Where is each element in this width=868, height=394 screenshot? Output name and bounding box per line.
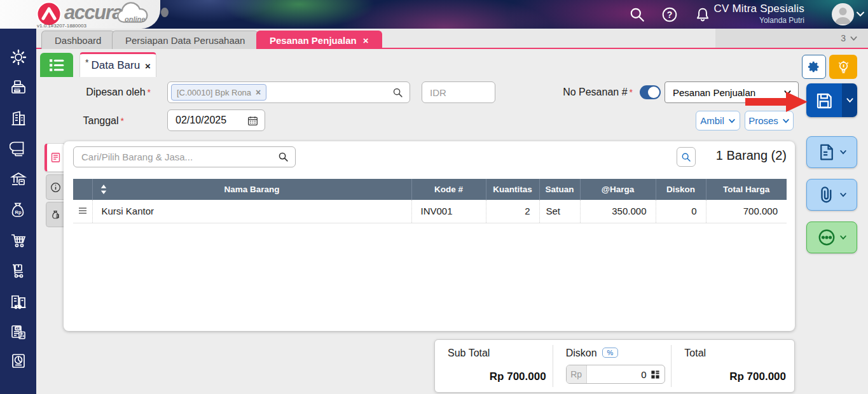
tab-label: Dashboard [55,35,101,46]
tab-pesanan-penjualan[interactable]: Pesanan Penjualan × [256,31,382,49]
col-nama-barang[interactable]: Nama Barang [92,179,411,200]
cell-kuantitas[interactable]: 2 [486,200,539,223]
more-actions-button[interactable] [806,222,857,253]
chip-remove-icon[interactable]: × [256,87,261,97]
sidebar-report-icon[interactable] [10,352,27,370]
item-search-input[interactable] [73,146,296,167]
total-label: Total [684,348,706,359]
col-diskon[interactable]: Diskon [656,179,706,200]
chevron-down-icon [728,117,736,125]
gear-icon [807,60,821,74]
ambil-dropdown-button[interactable]: Ambil [696,111,740,130]
table-row[interactable]: Kursi Kantor INV001 2 Set 350.000 0 700.… [73,200,787,223]
app-header: accurate online v1.0.1#3207-1880003 ? CV… [0,0,868,29]
currency-prefix: Rp [567,365,587,383]
item-search-field[interactable] [81,151,278,162]
unsaved-marker: * [85,57,88,67]
cell-kode[interactable]: INV001 [411,200,486,223]
sidebar-tax-icon[interactable]: TAX [10,323,27,341]
cell-harga[interactable]: 350.000 [580,200,656,223]
sidebar-fixed-asset-icon[interactable] [10,293,27,311]
sort-icon[interactable] [100,185,107,194]
required-marker: * [148,87,151,97]
paperclip-icon [817,185,836,204]
svg-text:?: ? [667,10,673,20]
customer-chip-label: [C.00010] Bpk Rona [177,88,251,97]
date-input[interactable]: 02/10/2025 [167,109,265,131]
lightbulb-icon [836,60,851,74]
tips-lightbulb-button[interactable] [829,55,857,79]
dipesan-oleh-label: Dipesan oleh* [51,87,151,98]
sidebar-sales-moneybag-icon[interactable]: Rp [10,201,27,219]
header-dot-decoration [161,8,169,17]
tab-overflow-counter[interactable]: 3 [715,29,868,48]
cell-satuan[interactable]: Set [539,200,580,223]
proses-dropdown-button[interactable]: Proses [745,111,794,130]
col-kode[interactable]: Kode # [411,179,486,200]
item-count-text: 1 Barang (2) [636,148,787,163]
diskon-value[interactable]: 0 [587,369,651,380]
save-options-chevron-down-icon[interactable] [842,83,857,117]
svg-text:TAX: TAX [15,327,22,330]
percent-badge[interactable]: % [602,348,619,358]
save-button[interactable] [806,83,857,117]
currency-value[interactable] [422,87,495,98]
record-list-button[interactable] [40,53,73,77]
print-preview-button[interactable] [806,136,857,168]
diskon-input[interactable]: Rp 0 [566,365,665,384]
chevron-down-icon [783,88,792,97]
tab-data-baru[interactable]: * Data Baru × [79,52,156,77]
sidebar-cash-register-icon[interactable] [10,79,27,97]
module-tab-bar: Dashboard Persiapan Data Perusahaan Pesa… [36,29,868,49]
calendar-icon[interactable] [247,115,258,126]
date-value: 02/10/2025 [176,115,226,126]
sidebar-bank-icon[interactable] [10,171,27,188]
document-type-select[interactable]: Pesanan Penjualan [665,81,799,103]
col-satuan[interactable]: Satuan [539,179,580,200]
money-bag-icon [50,209,61,220]
col-total-harga[interactable]: Total Harga [706,179,787,200]
sidebar-company-building-icon[interactable] [10,109,27,127]
sidebar: Rp TAX [0,29,36,394]
tab-item-detail[interactable] [45,143,64,172]
row-drag-handle-icon[interactable] [73,200,92,223]
tab-persiapan-data-perusahaan[interactable]: Persiapan Data Perusahaan [112,31,258,49]
info-icon [50,182,61,193]
close-icon[interactable]: × [145,60,151,71]
col-harga[interactable]: @Harga [580,179,656,200]
notification-bell-icon[interactable] [694,6,711,23]
sidebar-settings-gear-icon[interactable] [10,48,27,66]
chevron-down-icon [782,117,790,125]
document-lines-icon [50,152,61,163]
user-name: Yolanda Putri [714,16,804,25]
sidebar-ledger-book-icon[interactable] [10,140,27,158]
account-chevron-down-icon[interactable] [855,9,865,19]
cell-diskon[interactable]: 0 [656,200,706,223]
tab-label: Persiapan Data Perusahaan [125,35,245,46]
chevron-down-icon [839,148,847,156]
cell-total-harga[interactable]: 700.000 [706,200,787,223]
search-icon[interactable] [278,151,289,162]
tab-price-info[interactable] [46,202,64,227]
customer-search-icon[interactable] [392,87,403,98]
tab-dashboard[interactable]: Dashboard [41,31,114,49]
currency-field[interactable] [422,81,495,103]
auto-number-toggle[interactable] [640,85,661,99]
customer-chip: [C.00010] Bpk Rona × [171,84,266,101]
help-icon[interactable]: ? [661,6,678,23]
avatar[interactable] [832,3,854,25]
close-icon[interactable]: × [363,35,369,46]
calculator-icon[interactable] [651,370,660,379]
cell-nama-barang[interactable]: Kursi Kantor [92,200,411,223]
save-icon[interactable] [806,83,842,117]
account-info: CV Mitra Spesialis Yolanda Putri [714,3,804,25]
total-value: Rp 700.000 [729,370,786,383]
search-icon[interactable] [629,6,645,23]
sidebar-purchases-cart-icon[interactable] [10,232,27,250]
sidebar-inventory-handtruck-icon[interactable] [10,262,27,280]
form-settings-button[interactable] [802,55,826,79]
customer-input[interactable]: [C.00010] Bpk Rona × [167,81,410,103]
attachment-button[interactable] [806,179,857,211]
tab-info[interactable] [46,174,64,200]
col-kuantitas[interactable]: Kuantitas [486,179,539,200]
